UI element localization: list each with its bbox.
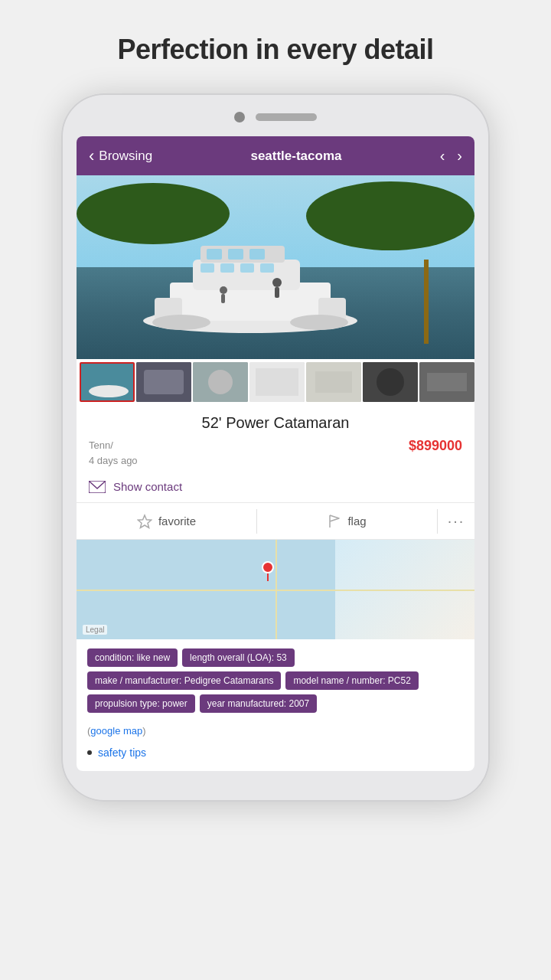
favorite-label: favorite (158, 514, 196, 528)
svg-point-17 (220, 286, 227, 294)
bullet-icon (87, 750, 92, 755)
svg-rect-28 (315, 371, 352, 393)
tag-manufacturer: make / manufacturer: Pedigree Catamarans (87, 671, 281, 690)
svg-rect-22 (144, 370, 184, 394)
more-dots-icon: ··· (448, 512, 465, 530)
svg-rect-5 (228, 249, 243, 260)
tag-condition: condition: like new (87, 648, 178, 667)
prev-listing-button[interactable]: ‹ (440, 147, 445, 165)
thumbnail-6[interactable] (363, 362, 418, 402)
page-title: Perfection in every detail (117, 34, 433, 66)
svg-point-15 (272, 278, 282, 287)
svg-rect-7 (201, 263, 214, 273)
phone-camera-icon (234, 112, 245, 122)
thumbnail-5[interactable] (306, 362, 361, 402)
dock-pole (424, 260, 429, 344)
map-pin-stem (267, 573, 269, 581)
seller-name: Tenn/ (89, 438, 138, 453)
thumbnail-3[interactable] (193, 362, 248, 402)
svg-marker-36 (138, 515, 151, 528)
phone-speaker (256, 113, 317, 121)
favorite-button[interactable]: favorite (77, 505, 256, 538)
header-back-nav[interactable]: ‹ Browsing (89, 148, 152, 165)
thumbnail-strip[interactable] (77, 359, 474, 405)
map-area: Legal (77, 540, 474, 639)
header-location-label: seattle-tacoma (250, 149, 341, 164)
back-chevron-icon: ‹ (89, 148, 94, 165)
svg-rect-26 (256, 368, 298, 396)
thumbnail-2[interactable] (136, 362, 191, 402)
safety-tips-row: safety tips (77, 742, 474, 771)
flag-label: flag (347, 514, 366, 528)
svg-point-20 (89, 385, 129, 397)
google-map-link-row: (google map) (87, 725, 146, 737)
svg-rect-10 (260, 263, 274, 273)
map-pin-circle (262, 561, 274, 573)
thumbnail-4[interactable] (249, 362, 305, 402)
svg-rect-8 (220, 263, 234, 273)
map-pin (262, 561, 274, 581)
svg-rect-9 (240, 263, 254, 273)
svg-rect-32 (427, 373, 467, 391)
email-icon (89, 481, 106, 493)
tag-model: model name / number: PC52 (285, 671, 418, 690)
tag-propulsion: propulsion type: power (87, 694, 195, 713)
phone-screen: ‹ Browsing seattle-tacoma ‹ › (77, 136, 474, 771)
flag-button[interactable]: flag (257, 505, 437, 538)
thumbnail-1[interactable] (80, 362, 135, 402)
header-browsing-label: Browsing (99, 149, 152, 164)
svg-rect-18 (221, 294, 225, 303)
svg-rect-16 (275, 287, 279, 298)
google-map-link[interactable]: google map (90, 725, 142, 737)
tags-section: condition: like new length overall (LOA)… (77, 639, 474, 717)
phone-mockup: ‹ Browsing seattle-tacoma ‹ › (61, 93, 490, 802)
show-contact-link[interactable]: Show contact (113, 480, 182, 493)
listing-price: $899000 (409, 438, 462, 454)
tag-length: length overall (LOA): 53 (182, 648, 295, 667)
map-road-v (276, 540, 277, 639)
show-contact-row: Show contact (77, 474, 474, 502)
app-header: ‹ Browsing seattle-tacoma ‹ › (77, 136, 474, 175)
svg-point-14 (290, 315, 348, 330)
header-pagination: ‹ › (440, 147, 462, 165)
phone-top (77, 112, 474, 122)
svg-rect-4 (207, 249, 222, 260)
page-wrapper: Perfection in every detail ‹ Browsing se… (0, 0, 551, 980)
main-listing-image (77, 175, 474, 359)
action-bar: favorite flag ··· (77, 502, 474, 540)
more-options-button[interactable]: ··· (438, 503, 474, 539)
map-legal-label: Legal (83, 625, 107, 635)
svg-point-13 (152, 315, 210, 330)
boat-image (124, 229, 377, 336)
listing-title: 52' Power Catamaran (77, 405, 474, 435)
star-icon (137, 514, 152, 529)
svg-point-24 (208, 370, 233, 394)
next-listing-button[interactable]: › (457, 147, 462, 165)
tag-year: year manufactured: 2007 (200, 694, 317, 713)
links-section: (google map) (77, 717, 474, 742)
flag-icon (328, 514, 341, 529)
google-map-suffix: ) (142, 725, 145, 737)
safety-tips-link[interactable]: safety tips (98, 746, 146, 759)
listing-posted: 4 days ago (89, 453, 138, 469)
meta-row: Tenn/ 4 days ago $899000 (77, 435, 474, 474)
thumbnail-7[interactable] (419, 362, 474, 402)
svg-point-30 (377, 368, 404, 396)
svg-rect-6 (249, 249, 265, 260)
listing-meta: Tenn/ 4 days ago (89, 438, 138, 468)
